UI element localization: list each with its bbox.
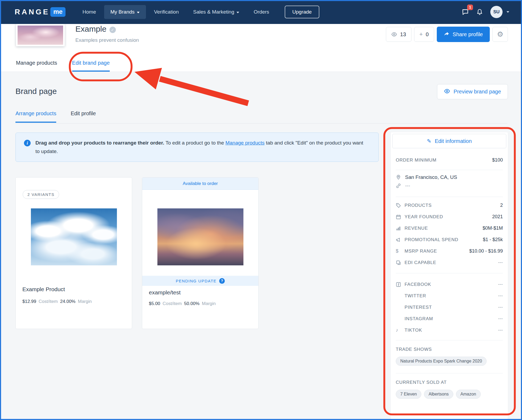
eye-icon — [444, 88, 450, 96]
pencil-icon: ✎ — [427, 138, 431, 144]
nav-item-orders[interactable]: Orders — [247, 5, 275, 19]
order-minimum-label: ORDER MINIMUM — [396, 158, 437, 163]
nav-item-verification[interactable]: Verification — [148, 5, 185, 19]
megaphone-icon — [396, 237, 405, 242]
cost-label: Cost/item — [163, 301, 182, 306]
brand-page-subtabs: Arrange products Edit profile — [15, 110, 96, 123]
divider — [15, 123, 507, 123]
location-value: San Francisco, CA, US — [405, 174, 457, 180]
product-name: example/test — [149, 289, 181, 296]
brand-actions: 13 + 0 Share profile ⚙ — [386, 27, 508, 42]
messages-icon[interactable]: 1 — [462, 8, 469, 16]
nav-item-label: My Brands — [111, 9, 135, 15]
trade-show-chip: Natural Products Expo Spark Change 2020 — [396, 357, 487, 366]
tiktok-icon: ♪ — [396, 327, 405, 333]
stat-row-revenue: REVENUE $0M-$1M — [391, 223, 508, 234]
tab-manage-products[interactable]: Manage products — [16, 60, 57, 72]
info-icon: i — [24, 140, 31, 146]
social-row-twitter: TWITTER --- — [391, 290, 508, 302]
social-row-pinterest: PINTEREST --- — [391, 302, 508, 313]
margin-label: Margin — [78, 299, 92, 304]
adds-count: 0 — [426, 31, 429, 38]
calendar-icon — [396, 214, 405, 220]
subtab-edit-profile[interactable]: Edit profile — [71, 110, 96, 123]
divider — [396, 197, 503, 197]
logo-me-badge: me — [50, 7, 66, 17]
verified-badge-icon: ✓ — [109, 27, 116, 33]
website-row: --- — [391, 183, 508, 189]
notification-badge: 1 — [467, 5, 473, 10]
settings-gear-button[interactable]: ⚙ — [492, 27, 508, 42]
stat-row-promotional-spend: PROMOTIONAL SPEND $1 - $25k — [391, 234, 508, 245]
brand-title: Example — [75, 24, 107, 34]
edit-information-button[interactable]: ✎ Edit information — [392, 134, 506, 148]
stat-row-products: PRODUCTS 2 — [391, 200, 508, 211]
link-icon — [396, 183, 402, 188]
product-name: Example Product — [22, 286, 65, 293]
stat-row-edi-capable: EDI CAPABLE --- — [391, 257, 508, 268]
brand-info-panel: ✎ Edit information ORDER MINIMUM $100 Sa… — [391, 132, 508, 419]
product-image — [31, 208, 117, 265]
divider — [396, 340, 503, 340]
product-card[interactable]: 2 VARIANTS Example Product $12.99 Cost/i… — [15, 177, 132, 329]
preview-brand-page-button[interactable]: Preview brand page — [437, 84, 508, 99]
tab-edit-brand-page[interactable]: Edit brand page — [72, 60, 110, 72]
primary-nav: Home My Brands Verification Sales & Mark… — [76, 5, 276, 19]
product-card[interactable]: Available to order PENDING UPDATE ? exam… — [142, 177, 259, 329]
share-profile-label: Share profile — [453, 31, 483, 38]
copy-icon — [396, 260, 405, 265]
brand-tabs: Manage products Edit brand page — [16, 60, 110, 72]
social-row-facebook: FACEBOOK --- — [391, 279, 508, 290]
trade-shows-label: TRADE SHOWS — [391, 347, 508, 352]
nav-item-home[interactable]: Home — [76, 5, 103, 19]
dollar-icon: $ — [396, 248, 405, 254]
nav-item-my-brands[interactable]: My Brands — [104, 5, 146, 19]
location-row: San Francisco, CA, US — [391, 174, 508, 180]
eye-icon — [391, 31, 397, 37]
upgrade-button[interactable]: Upgrade — [285, 6, 320, 18]
tag-icon — [396, 203, 405, 208]
share-profile-button[interactable]: Share profile — [437, 27, 490, 42]
manage-products-link[interactable]: Manage products — [225, 140, 264, 146]
product-image — [157, 208, 243, 265]
retailer-chip: Albertsons — [424, 390, 453, 399]
views-count: 13 — [400, 31, 406, 38]
stat-row-year-founded: YEAR FOUNDED 2021 — [391, 211, 508, 223]
brand-stats: PRODUCTS 2 YEAR FOUNDED 2021 REVENUE $0M… — [391, 200, 508, 268]
facebook-icon — [396, 282, 405, 287]
chevron-down-icon — [236, 12, 239, 13]
stat-row-msrp-range: $ MSRP RANGE $10.00 - $16.99 — [391, 245, 508, 257]
sold-at-chips: 7 Eleven Albertsons Amazon — [391, 390, 508, 399]
subtab-arrange-products[interactable]: Arrange products — [15, 110, 56, 123]
nav-right-cluster: 1 SU — [462, 6, 509, 18]
rangeme-logo[interactable]: RANGE me — [15, 7, 66, 17]
plus-icon: + — [419, 31, 423, 37]
nav-item-sales-marketing[interactable]: Sales & Marketing — [187, 5, 246, 19]
edit-information-label: Edit information — [435, 138, 472, 144]
order-minimum-row: ORDER MINIMUM $100 — [391, 157, 508, 163]
social-row-tiktok: ♪ TIKTOK --- — [391, 324, 508, 336]
retailer-chip: 7 Eleven — [396, 390, 421, 399]
main-content: Brand page Preview brand page Arrange pr… — [0, 72, 522, 420]
pending-update-label: PENDING UPDATE — [176, 279, 217, 283]
social-row-instagram: INSTAGRAM --- — [391, 313, 508, 324]
rangeme-app: RANGE me Home My Brands Verification Sal… — [0, 0, 522, 420]
divider — [396, 273, 503, 273]
product-pricing: $12.99 Cost/item 24.00% Margin — [22, 299, 92, 304]
cost-label: Cost/item — [39, 299, 58, 304]
order-minimum-value: $100 — [492, 157, 503, 163]
margin-label: Margin — [202, 301, 216, 306]
variants-badge: 2 VARIANTS — [23, 190, 59, 199]
brand-cover-image — [16, 24, 65, 46]
retailer-chip: Amazon — [456, 390, 481, 399]
bar-chart-icon — [396, 226, 405, 231]
location-pin-icon — [396, 175, 402, 180]
help-icon[interactable]: ? — [219, 278, 225, 284]
divider — [396, 373, 503, 373]
chevron-down-icon[interactable] — [507, 11, 509, 13]
website-value: --- — [405, 183, 410, 189]
bell-icon[interactable] — [476, 9, 483, 15]
product-price: $12.99 — [22, 299, 36, 304]
avatar[interactable]: SU — [490, 6, 503, 18]
pending-update-banner: PENDING UPDATE ? — [142, 276, 258, 286]
